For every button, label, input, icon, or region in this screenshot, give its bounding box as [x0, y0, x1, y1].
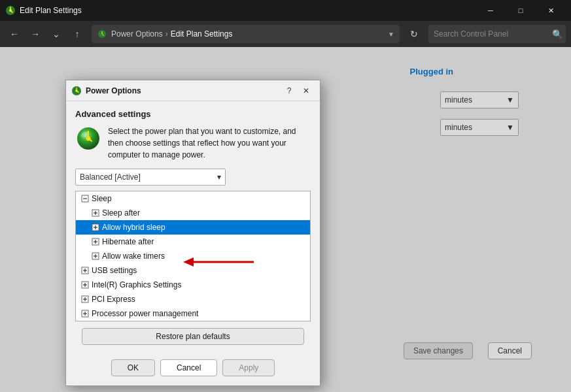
tree-expander-pci-express[interactable] — [80, 294, 90, 304]
tree-expander-processor-power[interactable] — [80, 308, 90, 319]
tree-label-allow-wake-timers: Allow wake timers — [102, 252, 165, 261]
main-content: Plugged in minutes ▼ minutes ▼ Save chan… — [0, 47, 571, 392]
tree-item-pci-express[interactable]: PCI Express — [76, 292, 310, 306]
tree-item-display[interactable]: Display — [76, 321, 310, 321]
close-button[interactable]: ✕ — [536, 0, 566, 21]
dialog-title-text: Power Options — [86, 86, 281, 95]
description-area: Select the power plan that you want to c… — [75, 125, 311, 161]
advanced-settings-label: Advanced settings — [75, 109, 311, 119]
ok-button[interactable]: OK — [111, 359, 155, 376]
tree-expander-hibernate-after[interactable] — [90, 237, 101, 247]
tree-expander-intel-graphics[interactable] — [80, 280, 90, 290]
dialog-help-button[interactable]: ? — [281, 82, 298, 99]
tree-label-sleep-after: Sleep after — [102, 208, 140, 218]
apply-button: Apply — [222, 359, 275, 376]
search-button[interactable]: 🔍 — [552, 29, 563, 39]
title-bar-controls: ─ □ ✕ — [476, 0, 566, 21]
dialog-footer: OK Cancel Apply — [66, 353, 320, 385]
maximize-button[interactable]: □ — [506, 0, 536, 21]
dialog-close-button[interactable]: ✕ — [298, 82, 315, 99]
tree-item-intel-graphics[interactable]: Intel(R) Graphics Settings — [76, 278, 310, 292]
tree-label-hibernate-after: Hibernate after — [102, 237, 154, 246]
up-button[interactable]: ↑ — [68, 25, 86, 43]
dialog-title-icon — [71, 86, 82, 96]
power-icon-large — [75, 125, 101, 152]
dialog-title-controls: ? ✕ — [281, 82, 315, 99]
tree-item-allow-hybrid-sleep[interactable]: Allow hybrid sleep — [76, 220, 310, 235]
svg-point-1 — [9, 9, 12, 12]
search-wrapper: 🔍 — [428, 25, 566, 43]
tree-label-processor-power: Processor power management — [92, 309, 198, 318]
description-text: Select the power plan that you want to c… — [108, 125, 296, 161]
breadcrumb-edit-plan[interactable]: Edit Plan Settings — [171, 29, 233, 39]
breadcrumb-icon — [97, 29, 107, 39]
tree-expander-usb-settings[interactable] — [80, 265, 90, 276]
cancel-button[interactable]: Cancel — [160, 359, 217, 376]
back-button[interactable]: ← — [5, 25, 24, 43]
tree-expander-allow-hybrid-sleep[interactable] — [90, 222, 101, 233]
breadcrumb-power-options[interactable]: Power Options — [111, 29, 163, 39]
tree-label-allow-hybrid-sleep: Allow hybrid sleep — [102, 223, 165, 232]
power-options-dialog: Power Options ? ✕ Advanced settings — [65, 80, 320, 386]
tree-item-sleep-after[interactable]: Sleep after — [76, 206, 310, 220]
tree-expander-allow-wake-timers[interactable] — [90, 251, 101, 261]
address-bar[interactable]: Power Options › Edit Plan Settings ▼ — [92, 25, 400, 43]
plan-dropdown[interactable]: Balanced [Active] ▾ — [75, 169, 226, 186]
tree-label-intel-graphics: Intel(R) Graphics Settings — [92, 280, 181, 289]
address-dropdown-icon[interactable]: ▼ — [388, 31, 394, 38]
plan-dropdown-value: Balanced [Active] — [80, 172, 141, 182]
tree-label-usb-settings: USB settings — [92, 266, 137, 275]
tree-item-hibernate-after[interactable]: Hibernate after — [76, 235, 310, 249]
title-bar: Edit Plan Settings ─ □ ✕ — [0, 0, 571, 21]
tree-label-sleep: Sleep — [92, 194, 112, 203]
recent-button[interactable]: ⌄ — [47, 25, 65, 43]
breadcrumb-separator: › — [165, 29, 168, 39]
tree-item-processor-power[interactable]: Processor power management — [76, 306, 310, 321]
minimize-button[interactable]: ─ — [476, 0, 506, 21]
dialog-title-bar: Power Options ? ✕ — [66, 80, 320, 101]
restore-plan-button[interactable]: Restore plan defaults — [82, 328, 304, 345]
forward-button[interactable]: → — [26, 25, 44, 43]
svg-point-4 — [75, 90, 78, 92]
svg-marker-41 — [183, 257, 194, 267]
plan-dropdown-icon: ▾ — [217, 172, 221, 182]
refresh-button[interactable]: ↻ — [405, 25, 423, 43]
tree-item-sleep[interactable]: Sleep — [76, 191, 310, 206]
title-bar-icon — [5, 5, 16, 16]
search-input[interactable] — [428, 25, 566, 43]
title-bar-title: Edit Plan Settings — [20, 6, 476, 15]
tree-expander-sleep[interactable] — [80, 193, 90, 204]
svg-point-7 — [86, 137, 91, 141]
tree-expander-sleep-after[interactable] — [90, 208, 101, 218]
nav-bar: ← → ⌄ ↑ Power Options › Edit Plan Settin… — [0, 21, 571, 47]
dialog-content: Advanced settings — [66, 101, 320, 353]
tree-label-pci-express: PCI Express — [92, 295, 135, 304]
arrow-indicator — [183, 255, 255, 269]
